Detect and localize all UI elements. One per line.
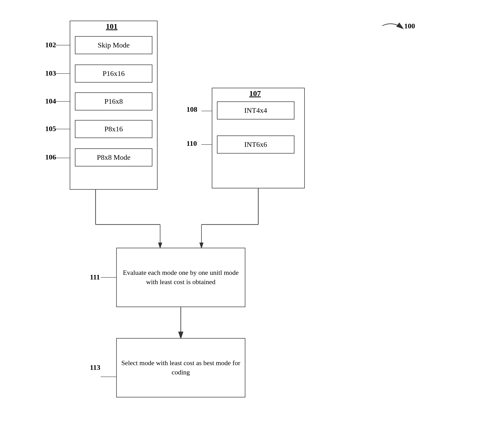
ref-108: 108 (186, 105, 197, 114)
ref-111: 111 (90, 273, 100, 281)
ref-102: 102 (45, 41, 56, 49)
label-107: 107 (249, 89, 261, 98)
label-101: 101 (106, 22, 118, 31)
box-select: Select mode with least cost as best mode… (116, 338, 245, 397)
diagram-container: 100 101 Skip Mode 102 P16x16 103 P16x8 1… (0, 0, 500, 448)
ref-106: 106 (45, 153, 56, 161)
box-p8x16: P8x16 (75, 120, 152, 138)
ref-100-label: 100 (404, 22, 415, 30)
ref-113: 113 (90, 363, 100, 372)
box-int6x6: INT6x6 (217, 135, 294, 154)
box-p8x8: P8x8 Mode (75, 148, 152, 166)
ref-105: 105 (45, 125, 56, 133)
box-evaluate: Evaluate each mode one by one unitl mode… (116, 248, 245, 307)
box-skip-mode: Skip Mode (75, 36, 152, 54)
box-p16x8: P16x8 (75, 92, 152, 110)
ref-110: 110 (186, 139, 197, 148)
ref-103: 103 (45, 69, 56, 77)
box-int4x4: INT4x4 (217, 101, 294, 119)
ref-104: 104 (45, 97, 56, 105)
box-p16x16: P16x16 (75, 65, 152, 83)
